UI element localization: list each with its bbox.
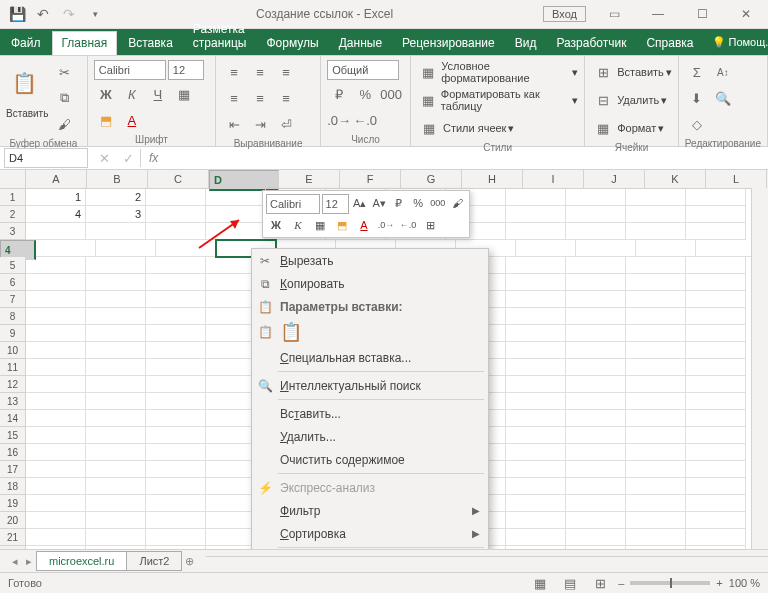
cell[interactable] xyxy=(686,427,746,444)
cell[interactable] xyxy=(146,359,206,376)
sheet-tab-active[interactable]: microexcel.ru xyxy=(36,551,127,571)
cell[interactable] xyxy=(506,274,566,291)
delete-cells-button[interactable]: ⊟Удалить ▾ xyxy=(591,88,667,112)
cell[interactable] xyxy=(506,529,566,546)
column-header[interactable]: C xyxy=(148,170,209,188)
cell[interactable] xyxy=(626,342,686,359)
cell[interactable] xyxy=(626,529,686,546)
vertical-scrollbar[interactable] xyxy=(751,188,768,549)
cell[interactable] xyxy=(506,461,566,478)
horizontal-scrollbar[interactable] xyxy=(206,556,768,567)
cell[interactable] xyxy=(506,512,566,529)
cell[interactable] xyxy=(566,427,626,444)
italic-button[interactable]: К xyxy=(120,82,144,106)
cell[interactable] xyxy=(686,512,746,529)
cell[interactable] xyxy=(86,546,146,549)
row-header[interactable]: 20 xyxy=(0,512,26,529)
tab-view[interactable]: Вид xyxy=(506,32,546,55)
cell[interactable] xyxy=(146,325,206,342)
indent-inc-icon[interactable]: ⇥ xyxy=(248,112,272,136)
cell[interactable] xyxy=(146,546,206,549)
tab-insert[interactable]: Вставка xyxy=(119,32,182,55)
cell[interactable] xyxy=(86,495,146,512)
cell[interactable] xyxy=(626,512,686,529)
format-painter-icon[interactable]: 🖌 xyxy=(52,112,76,136)
cell[interactable] xyxy=(146,189,206,206)
cell[interactable] xyxy=(506,342,566,359)
row-header[interactable]: 6 xyxy=(0,274,26,291)
row-header[interactable]: 22 xyxy=(0,546,26,549)
zoom-out-icon[interactable]: – xyxy=(618,577,624,589)
cell[interactable] xyxy=(146,495,206,512)
cell[interactable] xyxy=(26,478,86,495)
row-header[interactable]: 11 xyxy=(0,359,26,376)
align-top-icon[interactable]: ≡ xyxy=(222,60,246,84)
formula-bar[interactable]: fx xyxy=(140,149,768,167)
cell[interactable] xyxy=(96,240,156,257)
mini-bold-button[interactable]: Ж xyxy=(266,216,286,234)
cell[interactable] xyxy=(26,495,86,512)
cell[interactable] xyxy=(26,393,86,410)
view-break-icon[interactable]: ⊞ xyxy=(588,571,612,595)
row-header[interactable]: 2 xyxy=(0,206,26,223)
cell[interactable] xyxy=(566,189,626,206)
cell[interactable] xyxy=(566,257,626,274)
row-header[interactable]: 7 xyxy=(0,291,26,308)
tab-home[interactable]: Главная xyxy=(52,31,118,55)
column-header[interactable]: L xyxy=(706,170,767,188)
cell[interactable] xyxy=(686,223,746,240)
indent-dec-icon[interactable]: ⇤ xyxy=(222,112,246,136)
cell[interactable] xyxy=(506,410,566,427)
mini-thousands-icon[interactable]: 000 xyxy=(429,194,447,212)
tab-layout[interactable]: Разметка страницы xyxy=(184,18,256,55)
cell[interactable] xyxy=(86,291,146,308)
qat-dropdown-icon[interactable]: ▾ xyxy=(84,3,106,25)
mini-italic-button[interactable]: К xyxy=(288,216,308,234)
mini-size-select[interactable]: 12 xyxy=(322,194,349,214)
cell[interactable] xyxy=(686,206,746,223)
cell[interactable] xyxy=(566,325,626,342)
cell[interactable] xyxy=(576,240,636,257)
row-header[interactable]: 3 xyxy=(0,223,26,240)
cell[interactable] xyxy=(626,444,686,461)
cell[interactable] xyxy=(686,189,746,206)
cell[interactable] xyxy=(566,206,626,223)
mini-font-color-icon[interactable]: A xyxy=(354,216,374,234)
cell[interactable] xyxy=(146,206,206,223)
row-header[interactable]: 16 xyxy=(0,444,26,461)
copy-icon[interactable]: ⧉ xyxy=(52,86,76,110)
cell[interactable] xyxy=(506,223,566,240)
cell[interactable] xyxy=(506,291,566,308)
cell[interactable] xyxy=(86,359,146,376)
cancel-formula-icon[interactable]: ✕ xyxy=(92,146,116,170)
mini-percent-icon[interactable]: % xyxy=(409,194,427,212)
context-item[interactable]: ✂Вырезать xyxy=(252,249,488,272)
cell[interactable] xyxy=(26,342,86,359)
border-button[interactable]: ▦ xyxy=(172,82,196,106)
column-header[interactable]: E xyxy=(279,170,340,188)
maximize-icon[interactable]: ☐ xyxy=(680,0,724,28)
name-box[interactable]: D4 xyxy=(4,148,88,168)
cell[interactable] xyxy=(146,291,206,308)
cell[interactable] xyxy=(146,308,206,325)
cell[interactable]: 2 xyxy=(86,189,146,206)
cell[interactable] xyxy=(686,393,746,410)
cell[interactable] xyxy=(686,325,746,342)
wrap-text-icon[interactable]: ⏎ xyxy=(274,112,298,136)
align-right-icon[interactable]: ≡ xyxy=(274,86,298,110)
cell[interactable] xyxy=(506,393,566,410)
cell[interactable] xyxy=(626,291,686,308)
cell[interactable] xyxy=(36,240,96,257)
cell[interactable]: 1 xyxy=(26,189,86,206)
cell[interactable] xyxy=(86,478,146,495)
new-sheet-icon[interactable]: ⊕ xyxy=(181,555,198,568)
cell[interactable] xyxy=(566,376,626,393)
cell[interactable] xyxy=(86,223,146,240)
currency-icon[interactable]: ₽ xyxy=(327,82,351,106)
cell[interactable] xyxy=(506,478,566,495)
cell[interactable] xyxy=(626,189,686,206)
cell[interactable] xyxy=(506,546,566,549)
cell[interactable] xyxy=(146,461,206,478)
zoom-slider[interactable] xyxy=(630,581,710,585)
mini-dec-dec-icon[interactable]: ←.0 xyxy=(398,216,418,234)
